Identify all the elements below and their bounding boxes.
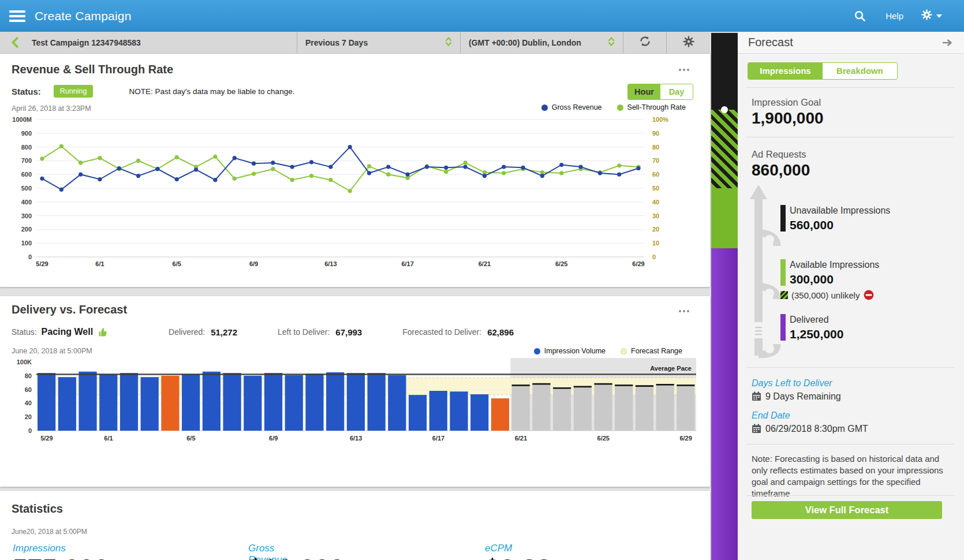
svg-text:100K: 100K	[17, 359, 32, 365]
svg-text:100%: 100%	[652, 116, 668, 123]
delivery-forecast-section: Delivery vs. Forecast Status: Pacing Wel…	[0, 296, 710, 487]
left-to-deliver-label: Left to Deliver:	[278, 327, 330, 337]
svg-text:0: 0	[28, 253, 32, 260]
forecasted-label: Forecasted to Deliver:	[402, 327, 481, 337]
legend-dot-forecast	[621, 348, 627, 354]
svg-text:5/29: 5/29	[36, 260, 48, 267]
svg-text:6/17: 6/17	[432, 435, 444, 442]
delivered-label: Delivered	[790, 315, 829, 325]
page-title: Create Campaign	[35, 9, 132, 23]
svg-text:6/25: 6/25	[555, 260, 567, 267]
svg-text:6/13: 6/13	[324, 260, 337, 267]
legend-dot-blue	[541, 104, 548, 111]
svg-text:60: 60	[652, 171, 659, 178]
section-menu-button[interactable]	[677, 66, 692, 73]
pacing-status: Pacing Well	[42, 327, 94, 337]
svg-text:6/1: 6/1	[104, 435, 113, 442]
svg-text:100: 100	[21, 240, 32, 247]
chart-legend: Gross Revenue Sell-Through Rate	[541, 103, 686, 111]
ad-requests-value: 860,000	[752, 161, 810, 180]
svg-text:6/29: 6/29	[632, 260, 644, 267]
svg-text:60: 60	[25, 386, 32, 393]
delivered-value: 51,272	[211, 327, 237, 337]
goal-progress-stacked-bar	[711, 32, 738, 560]
ad-requests-label: Ad Requests	[752, 149, 806, 160]
delivered-label: Delivered:	[169, 327, 205, 337]
days-left-value: 9 Days Remaining	[765, 391, 841, 402]
svg-text:600: 600	[21, 171, 32, 178]
svg-text:6/1: 6/1	[95, 260, 104, 267]
revenue-line-chart[interactable]: 1000M9008007006005004003002001000100%908…	[5, 114, 692, 273]
svg-text:6/5: 6/5	[186, 435, 195, 442]
svg-text:50: 50	[652, 185, 659, 192]
toggle-hour[interactable]: Hour	[628, 84, 660, 99]
stat-value: $6.23	[485, 553, 551, 560]
svg-text:6/9: 6/9	[269, 435, 278, 442]
toggle-day[interactable]: Day	[660, 84, 693, 99]
delivery-bar-chart[interactable]: 100K806040200Average Pace5/296/16/56/96/…	[5, 356, 703, 450]
svg-text:700: 700	[21, 157, 32, 164]
svg-text:900: 900	[21, 130, 32, 137]
svg-text:6/13: 6/13	[350, 435, 362, 442]
timezone-dropdown[interactable]: (GMT +00:00) Dublin, London	[461, 32, 623, 53]
updown-chevrons-icon	[608, 36, 615, 49]
hamburger-menu-icon[interactable]	[9, 10, 25, 22]
svg-text:6/29: 6/29	[679, 435, 692, 442]
revenue-sell-through-section: Revenue & Sell Through Rate Status: Runn…	[0, 54, 710, 287]
svg-text:20: 20	[652, 226, 659, 233]
gear-icon	[683, 36, 694, 50]
panel-title: Forecast	[748, 36, 793, 49]
thumbs-up-icon	[98, 327, 108, 337]
stackbar-available-segment	[711, 188, 738, 248]
tab-breakdown[interactable]: Breakdown	[823, 63, 897, 79]
help-link[interactable]: Help	[885, 11, 903, 21]
stats-timestamp: June20, 2018 at 5:00PM	[12, 528, 87, 536]
forecast-tabs: Impressions Breakdown	[748, 62, 898, 80]
view-full-forecast-button[interactable]: View Full Forecast	[752, 501, 942, 519]
svg-text:0: 0	[652, 253, 656, 260]
stat-value: $90,000	[248, 553, 344, 560]
section-menu-button[interactable]	[677, 308, 692, 315]
svg-text:6/17: 6/17	[401, 260, 413, 267]
unlikely-chip	[780, 291, 788, 299]
chart-timestamp: April 26, 2018 at 3:23PM	[12, 104, 91, 113]
settings-menu[interactable]	[921, 0, 942, 32]
end-date-label: End Date	[752, 410, 790, 421]
calendar-icon	[752, 424, 761, 436]
svg-text:1000M: 1000M	[12, 116, 32, 123]
date-range-dropdown[interactable]: Previous 7 Days	[297, 32, 461, 53]
svg-text:6/5: 6/5	[173, 260, 181, 267]
svg-text:40: 40	[25, 400, 32, 406]
svg-text:70: 70	[652, 157, 659, 164]
delivered-marker	[780, 314, 786, 341]
note-text: NOTE: Past day's data may be liable to c…	[129, 87, 294, 96]
refresh-button[interactable]	[623, 32, 667, 53]
tab-impressions[interactable]: Impressions	[748, 63, 823, 79]
search-icon[interactable]	[854, 10, 866, 22]
svg-text:6/9: 6/9	[249, 260, 258, 267]
unavailable-value: 560,000	[790, 218, 834, 232]
svg-text:80: 80	[25, 372, 32, 379]
section-title: Delivery vs. Forecast	[12, 303, 127, 316]
section-title: Statistics	[12, 502, 63, 516]
chart-settings-button[interactable]	[667, 32, 710, 53]
svg-text:20: 20	[25, 413, 32, 420]
svg-text:500: 500	[21, 185, 32, 192]
status-label: Status:	[12, 87, 41, 96]
svg-text:6/25: 6/25	[597, 435, 610, 442]
forecast-panel: Forecast Impressions Breakdown Impressio…	[738, 32, 964, 560]
hour-day-toggle: Hour Day	[627, 84, 693, 100]
campaign-name: Test Campaign 12347948583	[32, 38, 141, 47]
calendar-icon	[752, 391, 761, 404]
app-header: Create Campaign Help	[0, 0, 964, 32]
stat-value: 575,000	[13, 553, 109, 560]
svg-text:90: 90	[652, 130, 659, 137]
legend-dot-blue	[534, 348, 540, 354]
svg-text:6/21: 6/21	[515, 435, 527, 442]
refresh-icon	[639, 35, 651, 50]
back-chevron-icon[interactable]	[10, 37, 19, 48]
svg-text:0: 0	[28, 427, 32, 434]
collapse-panel-arrow-icon[interactable]	[942, 39, 952, 47]
svg-text:5/29: 5/29	[40, 435, 53, 442]
statistics-section: Statistics June20, 2018 at 5:00PM Impres…	[0, 491, 710, 560]
